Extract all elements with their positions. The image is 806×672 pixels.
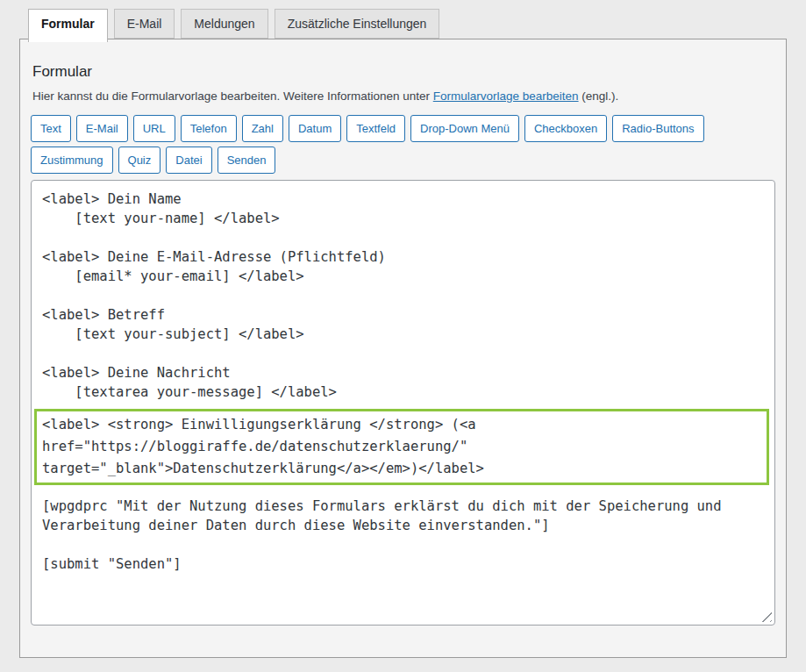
form-template-text-top: <label> Dein Name [text your-name] </lab… [42, 189, 764, 402]
tag-buttons-row-2: ZustimmungQuizDateiSenden [31, 147, 775, 174]
form-editor-panel: Formular Hier kannst du die Formularvorl… [19, 39, 787, 658]
tag-button-telefon[interactable]: Telefon [181, 115, 237, 142]
tag-button-checkboxen[interactable]: Checkboxen [524, 115, 607, 142]
highlighted-consent-block: <label> <strong> Einwilligungserklärung … [34, 409, 769, 485]
formularvorlage-bearbeiten-link[interactable]: Formularvorlage bearbeiten [433, 89, 579, 103]
tag-button-zustimmung[interactable]: Zustimmung [31, 147, 113, 174]
tag-buttons-row-1: TextE-MailURLTelefonZahlDatumTextfeldDro… [31, 115, 775, 142]
tab-meldungen[interactable]: Meldungen [181, 9, 267, 39]
tab-zus-tzliche-einstellungen[interactable]: Zusätzliche Einstellungen [275, 9, 440, 39]
tag-button-datum[interactable]: Datum [289, 115, 341, 142]
form-template-text-highlighted: <label> <strong> Einwilligungserklärung … [42, 414, 765, 480]
tab-e-mail[interactable]: E-Mail [114, 9, 175, 39]
tag-button-datei[interactable]: Datei [166, 147, 211, 174]
panel-heading: Formular [32, 63, 774, 81]
tab-formular[interactable]: Formular [28, 9, 108, 42]
textarea-resize-grip-icon[interactable] [761, 611, 772, 622]
description-text-before: Hier kannst du die Formularvorlage bearb… [32, 89, 433, 103]
tag-button-textfeld[interactable]: Textfeld [346, 115, 405, 142]
tag-button-text[interactable]: Text [31, 115, 71, 142]
form-template-text-bottom: [wpgdprc "Mit der Nutzung dieses Formula… [42, 497, 764, 574]
tag-button-quiz[interactable]: Quiz [118, 147, 161, 174]
tag-button-drop-down-men[interactable]: Drop-Down Menü [410, 115, 519, 142]
description-text-after: (engl.). [579, 89, 619, 103]
tab-bar: FormularE-MailMeldungenZusätzliche Einst… [19, 9, 787, 39]
tag-button-senden[interactable]: Senden [218, 147, 276, 174]
form-template-textarea[interactable]: <label> Dein Name [text your-name] </lab… [31, 180, 775, 626]
tag-button-url[interactable]: URL [133, 115, 175, 142]
tag-button-radio-buttons[interactable]: Radio-Buttons [612, 115, 703, 142]
tag-button-zahl[interactable]: Zahl [242, 115, 283, 142]
tag-button-e-mail[interactable]: E-Mail [76, 115, 128, 142]
panel-description: Hier kannst du die Formularvorlage bearb… [32, 89, 774, 103]
